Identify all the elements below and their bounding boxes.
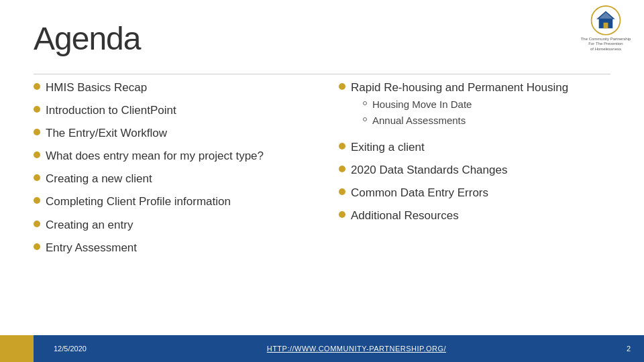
svg-rect-2 — [604, 23, 608, 29]
list-item: What does entry mean for my project type… — [34, 149, 305, 164]
sub-bullets: Housing Move In Date Annual Assessments — [351, 98, 568, 127]
bullet-dot — [339, 166, 345, 172]
bullet-dot — [34, 174, 40, 181]
page-title: Agenda — [34, 20, 570, 57]
bullet-dot — [339, 83, 345, 90]
bullet-label: Entry Assessment — [46, 241, 137, 255]
list-item: Additional Resources — [339, 208, 610, 223]
list-item: Common Data Entry Errors — [339, 186, 610, 200]
bullet-label: Additional Resources — [351, 208, 459, 223]
sub-list-item: Annual Assessments — [363, 114, 568, 127]
bullet-dot — [34, 221, 40, 227]
bullet-label: Introduction to ClientPoint — [46, 103, 176, 118]
sub-bullet-label: Housing Move In Date — [372, 98, 472, 111]
right-column: Rapid Re-housing and Permanent Housing H… — [319, 80, 610, 325]
sub-bullet-label: Annual Assessments — [372, 114, 466, 127]
list-item: Rapid Re-housing and Permanent Housing H… — [339, 80, 610, 132]
list-item: HMIS Basics Recap — [34, 80, 305, 95]
bullet-label: Exiting a client — [351, 140, 425, 155]
logo-icon — [588, 5, 623, 36]
bullet-dot — [34, 197, 40, 204]
logo-area: The Community Partnership For The Preven… — [576, 5, 636, 52]
list-item: The Entry/Exit Workflow — [34, 126, 305, 141]
list-item: Completing Client Profile information — [34, 194, 305, 209]
bullet-dot — [34, 129, 40, 135]
title-divider — [34, 74, 610, 74]
list-item: Exiting a client — [339, 140, 610, 155]
bullet-label: 2020 Data Standards Changes — [351, 163, 507, 178]
bullet-dot — [339, 211, 345, 218]
title-area: Agenda — [34, 20, 570, 57]
bullet-dot — [34, 243, 40, 250]
list-item: Entry Assessment — [34, 241, 305, 255]
footer-url: HTTP://WWW.COMMUNITY-PARTNERSHIP.ORG/ — [267, 345, 446, 353]
list-item: Introduction to ClientPoint — [34, 103, 305, 118]
footer-page: 2 — [627, 345, 631, 353]
bullet-dot — [34, 152, 40, 158]
sub-list-item: Housing Move In Date — [363, 98, 568, 111]
bullet-dot — [34, 83, 40, 90]
bullet-label: Creating an entry — [46, 218, 133, 233]
bullet-dot — [339, 143, 345, 149]
logo-text: The Community Partnership For The Preven… — [581, 37, 631, 52]
footer-date: 12/5/2020 — [54, 345, 87, 353]
gold-bar — [0, 335, 34, 362]
sub-bullet-dot — [363, 117, 367, 121]
bullet-label: Creating a new client — [46, 172, 152, 186]
bullet-dot — [339, 188, 345, 195]
bullet-label: The Entry/Exit Workflow — [46, 126, 167, 141]
bullet-label: Common Data Entry Errors — [351, 186, 488, 200]
slide: The Community Partnership For The Preven… — [0, 0, 644, 362]
bullet-label: HMIS Basics Recap — [46, 80, 147, 95]
content-area: HMIS Basics Recap Introduction to Client… — [34, 80, 610, 325]
sub-bullet-dot — [363, 101, 367, 105]
list-item: Creating a new client — [34, 172, 305, 186]
list-item: 2020 Data Standards Changes — [339, 163, 610, 178]
bullet-dot — [34, 106, 40, 113]
left-column: HMIS Basics Recap Introduction to Client… — [34, 80, 319, 325]
bullet-label: Rapid Re-housing and Permanent Housing — [351, 81, 568, 94]
bullet-label: Completing Client Profile information — [46, 194, 231, 209]
footer: 12/5/2020 HTTP://WWW.COMMUNITY-PARTNERSH… — [0, 335, 644, 362]
list-item: Creating an entry — [34, 218, 305, 233]
bullet-label: What does entry mean for my project type… — [46, 149, 264, 164]
